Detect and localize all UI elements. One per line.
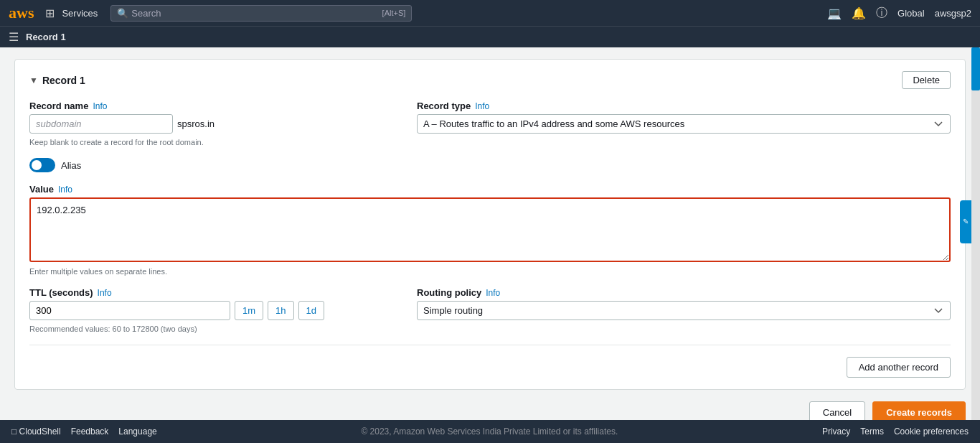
alias-row: Alias: [29, 158, 951, 172]
scrollbar-side-tab[interactable]: ✎: [960, 200, 971, 243]
grid-icon[interactable]: ⊞: [45, 6, 55, 20]
value-info[interactable]: Info: [58, 185, 72, 195]
main-content: ▼ Record 1 Delete Record name Info spsro…: [0, 47, 980, 435]
record-name-input[interactable]: [29, 114, 173, 134]
record-type-select[interactable]: A – Routes traffic to an IPv4 address an…: [417, 114, 951, 134]
routing-policy-select[interactable]: Simple routing: [417, 301, 951, 320]
toggle-slider: [29, 158, 55, 172]
search-icon: 🔍: [117, 8, 128, 19]
record-name-input-row: spsros.in: [29, 114, 402, 134]
record-type-group: Record type Info A – Routes traffic to a…: [417, 101, 951, 146]
record-title: ▼ Record 1: [29, 75, 85, 86]
feedback-link[interactable]: Feedback: [71, 426, 109, 435]
second-bar: ☰ Record 1: [0, 26, 980, 47]
ttl-info[interactable]: Info: [98, 288, 112, 298]
record-name-info[interactable]: Info: [93, 101, 107, 111]
footer-copyright: © 2023, Amazon Web Services India Privat…: [361, 426, 618, 435]
user-menu[interactable]: awsgsp2: [935, 8, 971, 19]
cloudshell-link[interactable]: □ CloudShell: [11, 426, 61, 435]
aws-logo-text: aws: [9, 5, 34, 21]
search-box: 🔍 [Alt+S]: [110, 5, 412, 22]
help-icon[interactable]: ⓘ: [876, 6, 887, 21]
action-row: Add another record: [29, 345, 951, 378]
privacy-link[interactable]: Privacy: [822, 426, 850, 435]
ttl-group: TTL (seconds) Info 1m 1h 1d Recommended …: [29, 287, 402, 333]
ttl-input[interactable]: [29, 301, 230, 320]
alias-label: Alias: [61, 160, 81, 171]
record-header: ▼ Record 1 Delete: [29, 71, 951, 89]
terminal-icon[interactable]: 💻: [827, 6, 842, 20]
top-nav: aws ⊞ Services 🔍 [Alt+S] 💻 🔔 ⓘ Global aw…: [0, 0, 980, 26]
ttl-hint: Recommended values: 60 to 172800 (two da…: [29, 325, 402, 333]
value-label-row: Value Info: [29, 184, 951, 195]
bell-icon[interactable]: 🔔: [852, 6, 866, 20]
nav-right: 💻 🔔 ⓘ Global awsgsp2: [827, 6, 971, 21]
footer: □ CloudShell Feedback Language © 2023, A…: [0, 420, 980, 435]
ttl-routing-row: TTL (seconds) Info 1m 1h 1d Recommended …: [29, 287, 951, 333]
breadcrumb: Record 1: [26, 32, 66, 42]
footer-right: Privacy Terms Cookie preferences: [822, 426, 969, 435]
record-title-label: Record 1: [42, 75, 85, 86]
routing-policy-label: Routing policy: [417, 287, 481, 298]
value-textarea[interactable]: 192.0.2.235: [29, 197, 951, 262]
search-shortcut: [Alt+S]: [382, 9, 406, 17]
value-label: Value: [29, 184, 54, 195]
cloudshell-icon: □: [11, 426, 17, 435]
delete-button[interactable]: Delete: [902, 71, 951, 89]
ttl-1h-button[interactable]: 1h: [268, 301, 293, 320]
cookie-preferences-link[interactable]: Cookie preferences: [894, 426, 969, 435]
ttl-1d-button[interactable]: 1d: [298, 301, 324, 320]
services-link[interactable]: Services: [62, 8, 98, 19]
scrollbar-thumb[interactable]: [971, 47, 980, 90]
record-type-label: Record type: [417, 101, 471, 111]
cloudshell-label: CloudShell: [19, 426, 61, 435]
record-name-hint: Keep blank to create a record for the ro…: [29, 138, 402, 146]
ttl-1m-button[interactable]: 1m: [235, 301, 263, 320]
value-section: Value Info 192.0.2.235 Enter multiple va…: [29, 184, 951, 276]
hamburger-icon[interactable]: ☰: [9, 30, 19, 44]
chevron-down-icon[interactable]: ▼: [29, 75, 38, 85]
routing-group: Routing policy Info Simple routing: [417, 287, 951, 320]
aws-logo[interactable]: aws: [9, 5, 34, 21]
record-name-type-row: Record name Info spsros.in Keep blank to…: [29, 101, 951, 146]
scrollbar[interactable]: [971, 47, 980, 420]
ttl-input-row: 1m 1h 1d: [29, 301, 402, 320]
language-link[interactable]: Language: [118, 426, 156, 435]
record-card: ▼ Record 1 Delete Record name Info spsro…: [14, 59, 966, 390]
footer-left: □ CloudShell Feedback Language: [11, 426, 157, 435]
add-another-record-button[interactable]: Add another record: [847, 357, 951, 378]
record-name-group: Record name Info spsros.in Keep blank to…: [29, 101, 402, 146]
value-hint: Enter multiple values on separate lines.: [29, 267, 951, 276]
global-selector[interactable]: Global: [897, 8, 925, 19]
record-type-info[interactable]: Info: [475, 101, 489, 111]
ttl-label: TTL (seconds): [29, 287, 93, 298]
search-input[interactable]: [131, 8, 377, 19]
terms-link[interactable]: Terms: [860, 426, 884, 435]
routing-policy-info[interactable]: Info: [486, 288, 500, 298]
domain-suffix: spsros.in: [177, 118, 215, 129]
record-name-label: Record name: [29, 101, 88, 111]
alias-toggle[interactable]: [29, 158, 55, 172]
